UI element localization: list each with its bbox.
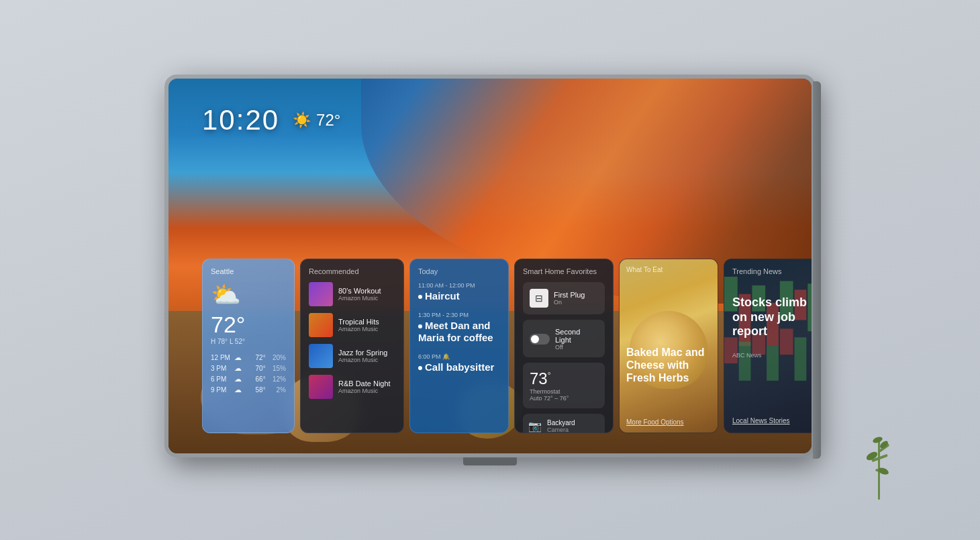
cal-bullet-0 xyxy=(418,295,422,299)
sh-device-status-0: On xyxy=(554,299,585,306)
music-thumb-1 xyxy=(309,313,333,337)
tv-screen: 10:20 ☀️ 72° Seattle ⛅ 72° H xyxy=(168,79,812,453)
food-dish-name: Baked Mac and Cheese with Fresh Herbs xyxy=(626,346,711,413)
sh-device-info-0: First Plug On xyxy=(554,291,585,306)
sh-toggle-1: Second Light Off xyxy=(530,328,598,351)
news-source: ABC News xyxy=(732,352,812,359)
food-spacer xyxy=(626,279,711,346)
weather-city: Seattle xyxy=(211,267,286,275)
tv-side-shadow xyxy=(813,81,821,459)
news-card-title: Trending News xyxy=(732,267,812,275)
cal-event-title-0: Haircut xyxy=(418,290,500,302)
calendar-widget[interactable]: Today 11:00 AM - 12:00 PM Haircut 1:30 P… xyxy=(409,259,509,433)
clock: 10:20 xyxy=(202,104,279,136)
tv-wrapper: 10:20 ☀️ 72° Seattle ⛅ 72° H xyxy=(164,75,816,465)
forecast-row-2: 6 PM ☁ 66° 12% xyxy=(211,375,286,384)
sun-icon: ☀️ xyxy=(293,111,311,129)
forecast-time-1: 3 PM xyxy=(211,365,231,372)
music-subtitle-1: Amazon Music xyxy=(338,326,379,332)
thermostat-label: Thermostat xyxy=(530,388,598,395)
forecast-time-0: 12 PM xyxy=(211,354,231,361)
cal-event-title-2: Call babysitter xyxy=(418,361,500,373)
forecast-pct-0: 20% xyxy=(269,354,286,361)
music-subtitle-2: Amazon Music xyxy=(338,357,387,363)
music-title-1: Tropical Hits xyxy=(338,318,379,326)
music-title-2: Jazz for Spring xyxy=(338,349,387,357)
temp-header: 72° xyxy=(316,111,340,130)
news-spacer xyxy=(732,359,812,412)
calendar-title: Today xyxy=(418,267,500,275)
sh-device-header-0: ⊟ First Plug On xyxy=(530,289,598,308)
sh-device-1[interactable]: Second Light Off xyxy=(523,320,605,357)
cal-event-2: 6:00 PM 🔔 Call babysitter xyxy=(418,353,500,373)
plug-icon: ⊟ xyxy=(530,289,548,308)
cloud-icon: ⛅ xyxy=(211,281,286,309)
food-content: What To Eat Baked Mac and Cheese with Fr… xyxy=(620,259,718,433)
food-more-link[interactable]: More Food Options xyxy=(626,418,711,426)
widgets-container: Seattle ⛅ 72° H 78° L 52° 12 PM ☁ 72° 20… xyxy=(202,259,805,433)
toggle-track-1[interactable] xyxy=(530,334,550,345)
thermostat-device[interactable]: 73° Thermostat Auto 72° – 76° xyxy=(523,363,605,408)
forecast-time-3: 9 PM xyxy=(211,386,231,394)
music-title-3: R&B Date Night xyxy=(338,379,391,388)
forecast-icon-2: ☁ xyxy=(234,375,242,384)
news-widget[interactable]: Trending News Stocks climb on new job re… xyxy=(724,259,812,433)
sh-device-0[interactable]: ⊟ First Plug On xyxy=(523,282,605,314)
music-info-3: R&B Date Night Amazon Music xyxy=(338,379,391,394)
cal-event-0: 11:00 AM - 12:00 PM Haircut xyxy=(418,282,500,302)
thermostat-temp-display: 73° xyxy=(530,369,598,388)
forecast-temp-2: 66° xyxy=(246,375,266,383)
weather-temp-range: H 78° L 52° xyxy=(211,338,286,345)
sh-device-status-1: Off xyxy=(555,344,598,351)
forecast-temp-3: 58° xyxy=(246,386,266,394)
music-subtitle-0: Amazon Music xyxy=(338,295,381,302)
weather-widget[interactable]: Seattle ⛅ 72° H 78° L 52° 12 PM ☁ 72° 20… xyxy=(202,259,295,433)
recommended-title: Recommended xyxy=(309,267,395,275)
sh-device-name-0: First Plug xyxy=(554,291,585,299)
music-item-3[interactable]: R&B Date Night Amazon Music xyxy=(309,375,395,399)
cal-time-0: 11:00 AM - 12:00 PM xyxy=(418,282,500,289)
music-thumb-2 xyxy=(309,344,333,368)
cal-bullet-2 xyxy=(418,366,422,370)
news-more-link[interactable]: Local News Stories xyxy=(732,417,812,424)
tv-stand xyxy=(463,457,517,465)
plant-decoration xyxy=(866,419,893,500)
music-info-0: 80's Workout Amazon Music xyxy=(338,287,381,302)
toggle-knob-1 xyxy=(531,335,539,343)
sh-device-name-1: Second Light xyxy=(555,328,598,344)
music-thumb-3 xyxy=(309,375,333,399)
tv-inner: 10:20 ☀️ 72° Seattle ⛅ 72° H xyxy=(168,79,812,453)
food-card-title: What To Eat xyxy=(626,266,711,273)
music-title-0: 80's Workout xyxy=(338,287,381,295)
thermostat-range: Auto 72° – 76° xyxy=(530,395,598,402)
camera-subtitle: Camera xyxy=(547,426,575,433)
camera-info: Backyard Camera xyxy=(547,419,575,433)
weather-temp-main: 72° xyxy=(211,312,286,338)
music-thumb-0 xyxy=(309,282,333,306)
music-item-0[interactable]: 80's Workout Amazon Music xyxy=(309,282,395,306)
cal-event-title-1: Meet Dan and Maria for coffee xyxy=(418,320,500,344)
forecast-pct-1: 15% xyxy=(269,365,286,372)
forecast-icon-1: ☁ xyxy=(234,364,242,373)
music-item-2[interactable]: Jazz for Spring Amazon Music xyxy=(309,344,395,368)
news-headline: Stocks climb on new job report xyxy=(732,296,812,349)
forecast-row-3: 9 PM ☁ 58° 2% xyxy=(211,386,286,394)
forecast-icon-3: ☁ xyxy=(234,386,242,394)
recommended-widget[interactable]: Recommended 80's Workout Amazon Music xyxy=(300,259,404,433)
forecast-pct-3: 2% xyxy=(269,386,286,394)
music-info-2: Jazz for Spring Amazon Music xyxy=(338,349,387,363)
forecast-row-0: 12 PM ☁ 72° 20% xyxy=(211,353,286,362)
cal-bullet-1 xyxy=(418,324,422,328)
smarthome-widget[interactable]: Smart Home Favorites ⊟ First Plug On xyxy=(514,259,614,433)
food-widget[interactable]: What To Eat Baked Mac and Cheese with Fr… xyxy=(619,259,718,433)
music-info-1: Tropical Hits Amazon Music xyxy=(338,318,379,332)
music-item-1[interactable]: Tropical Hits Amazon Music xyxy=(309,313,395,337)
camera-device[interactable]: 📷 Backyard Camera xyxy=(523,414,605,433)
cal-time-1: 1:30 PM - 2:30 PM xyxy=(418,312,500,318)
cal-event-1: 1:30 PM - 2:30 PM Meet Dan and Maria for… xyxy=(418,312,500,344)
thermostat-temp: 73° xyxy=(530,369,551,388)
forecast-row-1: 3 PM ☁ 70° 15% xyxy=(211,364,286,373)
smarthome-title: Smart Home Favorites xyxy=(523,267,605,275)
weather-header: ☀️ 72° xyxy=(293,111,340,130)
news-content: Trending News Stocks climb on new job re… xyxy=(732,267,812,424)
